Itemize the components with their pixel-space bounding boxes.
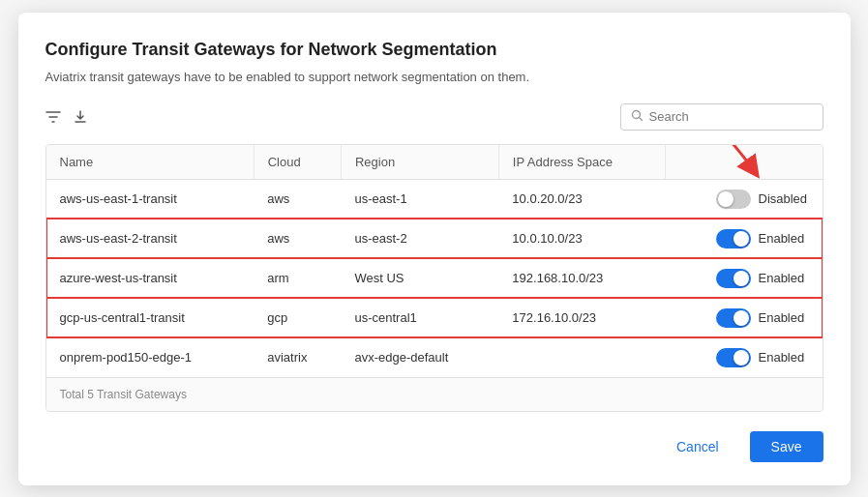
cell-name: onprem-pod150-edge-1 (46, 337, 254, 377)
table-row: aws-us-east-2-transitawsus-east-210.0.10… (46, 219, 823, 258)
toggle-switch[interactable] (716, 190, 751, 209)
table-footer-row: Total 5 Transit Gateways (46, 377, 823, 411)
search-icon (631, 109, 644, 125)
modal-title: Configure Transit Gateways for Network S… (45, 40, 823, 60)
toggle-switch[interactable] (716, 269, 751, 288)
cancel-button[interactable]: Cancel (655, 431, 740, 462)
toggle-label: Disabled (759, 191, 809, 206)
cell-toggle[interactable]: Enabled (666, 337, 823, 377)
col-cloud: Cloud (254, 145, 341, 180)
cell-ip: 10.0.20.0/23 (498, 179, 665, 219)
cell-cloud: aviatrix (254, 337, 341, 377)
save-button[interactable]: Save (750, 431, 823, 462)
table-body: aws-us-east-1-transitawsus-east-110.0.20… (46, 179, 823, 377)
cell-region: us-central1 (341, 298, 498, 337)
table-row: onprem-pod150-edge-1aviatrixavx-edge-def… (46, 337, 823, 377)
toggle-switch[interactable] (716, 348, 751, 367)
search-input[interactable] (649, 109, 813, 124)
cell-cloud: aws (254, 179, 341, 219)
gateways-table: Name Cloud Region IP Address Space aws-u… (46, 145, 823, 411)
modal-container: Configure Transit Gateways for Network S… (18, 13, 851, 485)
cell-region: avx-edge-default (341, 337, 498, 377)
cell-toggle[interactable]: Disabled (666, 179, 823, 219)
table-footer: Total 5 Transit Gateways (46, 377, 823, 411)
cell-cloud: gcp (254, 298, 341, 337)
search-box[interactable] (620, 103, 823, 131)
svg-point-0 (632, 110, 640, 118)
table-row: gcp-us-central1-transitgcpus-central1172… (46, 298, 823, 337)
toolbar (45, 103, 823, 131)
modal-subtitle: Aviatrix transit gateways have to be ena… (45, 70, 823, 84)
cell-region: us-east-1 (341, 179, 498, 219)
cell-toggle[interactable]: Enabled (666, 258, 823, 298)
cell-name: aws-us-east-1-transit (46, 179, 254, 219)
modal-actions: Cancel Save (45, 431, 823, 462)
table-row: aws-us-east-1-transitawsus-east-110.0.20… (46, 179, 823, 219)
toolbar-left (45, 109, 88, 125)
cell-name: gcp-us-central1-transit (46, 298, 254, 337)
toggle-label: Enabled (759, 271, 809, 285)
col-name: Name (46, 145, 254, 180)
download-icon[interactable] (73, 109, 88, 125)
toggle-switch[interactable] (716, 308, 751, 328)
cell-region: us-east-2 (341, 219, 498, 258)
cell-ip (498, 337, 665, 377)
cell-cloud: aws (254, 219, 341, 258)
toggle-switch[interactable] (716, 229, 751, 248)
cell-ip: 192.168.10.0/23 (498, 258, 665, 298)
table-row: azure-west-us-transitarmWest US192.168.1… (46, 258, 823, 298)
cell-toggle[interactable]: Enabled (666, 219, 823, 258)
col-toggle (666, 145, 823, 180)
cell-cloud: arm (254, 258, 341, 298)
col-region: Region (341, 145, 498, 180)
table-container: Name Cloud Region IP Address Space aws-u… (45, 144, 823, 412)
toggle-label: Enabled (759, 310, 809, 325)
filter-icon[interactable] (45, 109, 61, 125)
table-header-row: Name Cloud Region IP Address Space (46, 145, 823, 180)
cell-ip: 172.16.10.0/23 (498, 298, 665, 337)
cell-toggle[interactable]: Enabled (666, 298, 823, 337)
col-ip: IP Address Space (498, 145, 665, 180)
cell-name: azure-west-us-transit (46, 258, 254, 298)
cell-name: aws-us-east-2-transit (46, 219, 254, 258)
toggle-label: Enabled (759, 350, 809, 365)
cell-ip: 10.0.10.0/23 (498, 219, 665, 258)
toggle-label: Enabled (759, 231, 809, 246)
cell-region: West US (341, 258, 498, 298)
